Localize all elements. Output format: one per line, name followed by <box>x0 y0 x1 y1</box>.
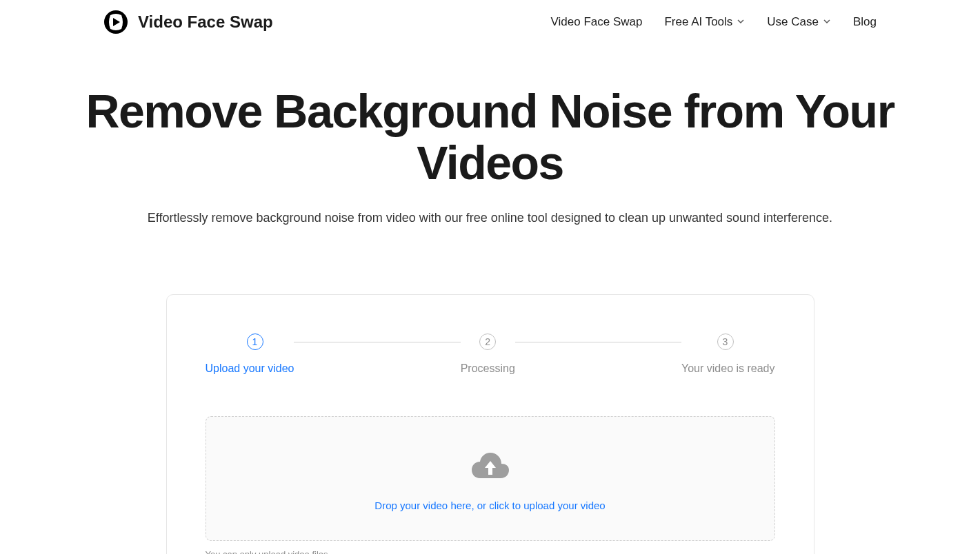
nav-item-video-face-swap[interactable]: Video Face Swap <box>550 15 642 29</box>
cloud-upload-icon <box>471 450 510 483</box>
upload-instruction: Drop your video here, or click to upload… <box>220 500 761 511</box>
nav-label: Use Case <box>767 15 819 29</box>
step-connector <box>515 342 681 342</box>
logo-icon <box>103 10 128 34</box>
logo-text: Video Face Swap <box>138 12 273 32</box>
steps: 1 Upload your video 2 Processing 3 Your … <box>206 334 775 375</box>
step-number: 1 <box>247 334 263 350</box>
upload-dropzone[interactable]: Drop your video here, or click to upload… <box>206 416 775 541</box>
nav-item-use-case[interactable]: Use Case <box>767 15 831 29</box>
nav-item-free-ai-tools[interactable]: Free AI Tools <box>664 15 745 29</box>
header: Video Face Swap Video Face Swap Free AI … <box>0 0 980 44</box>
step-upload: 1 Upload your video <box>206 334 294 375</box>
nav-item-blog[interactable]: Blog <box>853 15 877 29</box>
page-title: Remove Background Noise from Your Videos <box>41 85 939 189</box>
hero: Remove Background Noise from Your Videos… <box>0 44 980 253</box>
step-processing: 2 Processing <box>461 334 515 375</box>
chevron-down-icon <box>823 15 831 29</box>
chevron-down-icon <box>737 15 745 29</box>
nav-label: Free AI Tools <box>664 15 732 29</box>
step-number: 3 <box>717 334 734 350</box>
step-label: Upload your video <box>206 362 294 375</box>
step-ready: 3 Your video is ready <box>681 334 775 375</box>
nav-label: Video Face Swap <box>550 15 642 29</box>
step-number: 2 <box>479 334 496 350</box>
step-label: Your video is ready <box>681 362 775 375</box>
step-label: Processing <box>461 362 515 375</box>
page-subtitle: Effortlessly remove background noise fro… <box>41 211 939 225</box>
nav-label: Blog <box>853 15 877 29</box>
step-connector <box>294 342 460 342</box>
upload-card: 1 Upload your video 2 Processing 3 Your … <box>166 294 814 554</box>
nav: Video Face Swap Free AI Tools Use Case B… <box>550 15 877 29</box>
logo[interactable]: Video Face Swap <box>103 10 273 34</box>
upload-hint: You can only upload video files <box>206 549 775 554</box>
